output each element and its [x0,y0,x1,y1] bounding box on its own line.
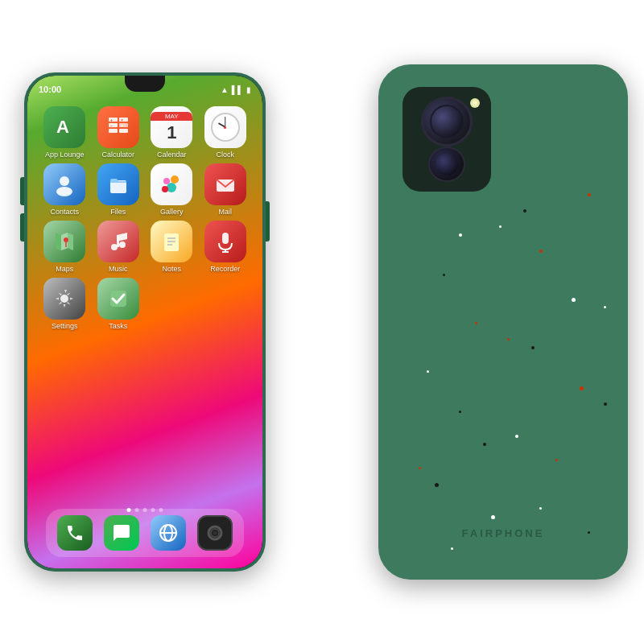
speckle [580,386,584,390]
gallery-icon [151,163,192,205]
speckle [572,298,576,302]
app-item-calendar[interactable]: MAY 1 Calendar [147,106,196,159]
speckle [419,467,421,469]
gallery-label: Gallery [160,208,184,216]
speckle [604,402,607,406]
main-camera-lens [421,97,473,147]
power-button[interactable] [266,201,270,242]
status-time: 10:00 [39,85,61,94]
app-lounge-label: App Lounge [45,151,85,159]
svg-point-12 [56,187,72,196]
phone-screen-frame: 10:00 ▲ ▌▌ ▮ A [27,76,262,568]
speckle [555,459,558,461]
svg-text:−: − [110,123,113,128]
app-item-recorder[interactable]: Recorder [201,221,250,273]
svg-point-22 [64,237,68,242]
app-item-files[interactable]: Files [94,163,143,216]
mail-icon [204,163,246,205]
speckle [604,306,606,308]
app-item-mail[interactable]: Mail [201,163,250,216]
secondary-camera-lens [428,147,465,182]
speckle [515,435,518,438]
speckle [588,531,590,534]
recorder-label: Recorder [210,265,240,273]
speckle [451,547,453,550]
camera-flash [470,98,480,108]
app-item-maps[interactable]: Maps [40,221,89,273]
tasks-label: Tasks [109,322,127,330]
app-item-notes[interactable]: Notes [147,221,196,273]
tasks-icon [97,278,139,320]
phone-front: 10:00 ▲ ▌▌ ▮ A [24,72,266,572]
calculator-label: Calculator [101,151,134,159]
speckle [499,225,502,228]
app-item-tasks[interactable]: Tasks [94,278,143,330]
svg-text:A: A [56,117,69,137]
app-item-calculator[interactable]: + × − = Calculator [94,106,143,159]
recorder-icon [204,221,246,262]
notes-icon [151,221,192,262]
status-icons: ▲ ▌▌ ▮ [221,85,251,94]
speckle [588,193,591,196]
app-item-settings[interactable]: Settings [40,278,89,330]
clock-icon [204,106,246,148]
app-item-contacts[interactable]: Contacts [40,163,89,216]
contacts-label: Contacts [50,208,79,216]
speckle [459,411,461,413]
speckle [539,507,542,510]
dock [46,509,244,557]
speckle [459,233,462,237]
app-item-app-lounge[interactable]: A App Lounge [40,106,89,159]
wifi-icon: ▲ [221,85,229,94]
main-camera-lens-inner [430,105,464,138]
battery-icon: ▮ [246,85,251,94]
svg-rect-26 [164,233,179,251]
dock-messages-icon[interactable] [104,515,139,551]
volume-down-button[interactable] [20,213,24,242]
speckle [475,322,477,324]
scene: 10:00 ▲ ▌▌ ▮ A [0,0,644,644]
clock-center-dot [224,126,226,129]
speckle [523,209,526,213]
svg-point-33 [60,295,68,303]
svg-marker-20 [56,233,61,250]
app-item-music[interactable]: Music [94,221,143,273]
maps-icon [43,221,85,262]
calendar-label: Calendar [157,151,187,159]
speckle [435,483,439,487]
speckle [491,515,495,519]
volume-up-button[interactable] [20,177,24,205]
calendar-day: 1 [167,122,176,143]
svg-text:=: = [121,123,123,128]
home-screen: 10:00 ▲ ▌▌ ▮ A [27,76,262,568]
secondary-camera-lens-inner [436,153,458,175]
svg-point-11 [60,176,69,186]
clock-label: Clock [216,151,234,159]
contacts-icon [43,163,85,205]
svg-text:×: × [121,118,123,122]
signal-icon: ▌▌ [232,85,243,94]
maps-label: Maps [56,265,73,273]
speckle [539,250,543,253]
app-lounge-icon: A [43,106,85,148]
svg-point-16 [167,183,176,192]
dock-browser-icon[interactable] [151,515,186,551]
svg-point-17 [162,186,168,192]
speckle [507,338,510,341]
mail-label: Mail [218,208,232,216]
svg-rect-5 [109,129,118,133]
brand-label: FAIRPHONE [462,527,545,539]
notes-label: Notes [162,265,181,273]
calendar-icon: MAY 1 [151,106,192,148]
app-item-gallery[interactable]: Gallery [147,163,196,216]
app-item-clock[interactable]: Clock [201,106,250,159]
svg-point-23 [111,244,118,250]
files-label: Files [110,208,126,216]
speckle [483,443,486,446]
dock-phone-icon[interactable] [57,515,93,551]
calendar-month: MAY [151,112,192,121]
dock-camera-icon[interactable] [197,515,233,551]
calculator-icon: + × − = [97,106,139,148]
files-icon [97,163,139,205]
camera-module [402,87,491,192]
